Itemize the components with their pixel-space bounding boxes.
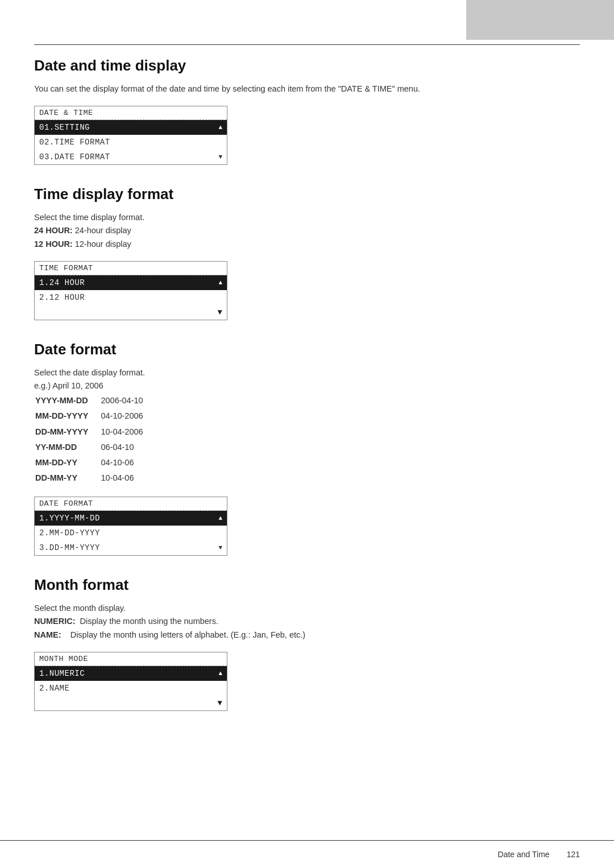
arrow-up-icon-4: ▲ — [218, 670, 222, 677]
page-container: Date and time display You can set the di… — [0, 0, 614, 868]
date-key-1: YYYY-MM-DD — [35, 394, 99, 408]
numeric-desc: Display the month using the numbers. — [80, 617, 218, 626]
12hour-desc: 12-hour display — [75, 239, 131, 249]
name-label: NAME: — [34, 630, 61, 639]
menu-row-01-setting[interactable]: 01.SETTING ▲ — [35, 120, 227, 135]
time-format-desc: Select the time display format. — [34, 213, 144, 222]
arrow-down-icon-3: ▼ — [218, 544, 222, 551]
top-gray-box — [466, 0, 614, 40]
section-title-month-format: Month format — [34, 576, 580, 594]
menu-row-mm-dd-yyyy-label: 2.MM-DD-YYYY — [39, 528, 222, 538]
table-row: YYYY-MM-DD 2006-04-10 — [35, 394, 143, 408]
numeric-label: NUMERIC: — [34, 617, 76, 626]
arrow-up-icon-2: ▲ — [218, 279, 222, 286]
date-format-desc: Select the date display format. — [34, 368, 145, 377]
menu-row-24hour-label: 1.24 HOUR — [39, 278, 218, 287]
menu-row-mm-dd-yyyy[interactable]: 2.MM-DD-YYYY — [35, 526, 227, 540]
date-key-6: DD-MM-YY — [35, 471, 99, 485]
date-key-3: DD-MM-YYYY — [35, 425, 99, 439]
menu-row-name-label: 2.NAME — [39, 684, 222, 693]
date-val-4: 06-04-10 — [101, 440, 143, 454]
table-row: DD-MM-YYYY 10-04-2006 — [35, 425, 143, 439]
menu-row-dd-mm-yyyy[interactable]: 3.DD-MM-YYYY ▼ — [35, 540, 227, 555]
menu-row-03-date-format[interactable]: 03.DATE FORMAT ▼ — [35, 150, 227, 164]
menu-box-date-format: DATE FORMAT 1.YYYY-MM-DD ▲ 2.MM-DD-YYYY … — [34, 497, 227, 556]
table-row: YY-MM-DD 06-04-10 — [35, 440, 143, 454]
menu-row-24hour[interactable]: 1.24 HOUR ▲ — [35, 275, 227, 290]
menu-box-date-time: DATE & TIME 01.SETTING ▲ 02.TIME FORMAT … — [34, 106, 227, 165]
date-val-6: 10-04-06 — [101, 471, 143, 485]
date-val-2: 04-10-2006 — [101, 409, 143, 423]
table-row: MM-DD-YYYY 04-10-2006 — [35, 409, 143, 423]
menu-row-01-label: 01.SETTING — [39, 123, 218, 132]
section-time-display-format: Time display format Select the time disp… — [34, 185, 580, 320]
menu-header-date-time: DATE & TIME — [35, 106, 227, 120]
section-date-time-display: Date and time display You can set the di… — [34, 57, 580, 165]
menu-row-numeric-label: 1.NUMERIC — [39, 669, 218, 678]
12hour-label: 12 HOUR: — [34, 239, 73, 249]
menu-box-month-mode: MONTH MODE 1.NUMERIC ▲ 2.NAME ▼ — [34, 652, 227, 711]
date-val-5: 04-10-06 — [101, 456, 143, 470]
bottom-rule — [0, 840, 614, 841]
menu-row-time-last: ▼ — [35, 305, 227, 320]
menu-row-month-last: ▼ — [35, 696, 227, 710]
footer: Date and Time 121 — [0, 850, 580, 859]
arrow-down-icon: ▼ — [218, 154, 222, 160]
date-format-table: YYYY-MM-DD 2006-04-10 MM-DD-YYYY 04-10-2… — [34, 392, 144, 486]
section-title-time-format: Time display format — [34, 185, 580, 203]
table-row: MM-DD-YY 04-10-06 — [35, 456, 143, 470]
date-format-example: e.g.) April 10, 2006 — [34, 381, 103, 390]
date-val-3: 10-04-2006 — [101, 425, 143, 439]
top-rule — [34, 44, 580, 45]
footer-page-number: 121 — [567, 850, 580, 859]
section-desc-date-format: Select the date display format. e.g.) Ap… — [34, 366, 580, 487]
menu-row-yyyy-mm-dd-label: 1.YYYY-MM-DD — [39, 514, 218, 523]
footer-section: Date and Time — [498, 850, 550, 859]
menu-box-time-format: TIME FORMAT 1.24 HOUR ▲ 2.12 HOUR ▼ — [34, 261, 227, 320]
date-key-4: YY-MM-DD — [35, 440, 99, 454]
24hour-desc: 24-hour display — [75, 226, 131, 235]
section-month-format: Month format Select the month display. N… — [34, 576, 580, 711]
menu-row-02-time-format[interactable]: 02.TIME FORMAT — [35, 135, 227, 150]
menu-row-yyyy-mm-dd[interactable]: 1.YYYY-MM-DD ▲ — [35, 511, 227, 526]
menu-header-date-format: DATE FORMAT — [35, 497, 227, 511]
date-val-1: 2006-04-10 — [101, 394, 143, 408]
menu-row-12hour-label: 2.12 HOUR — [39, 293, 222, 302]
date-key-2: MM-DD-YYYY — [35, 409, 99, 423]
section-date-format: Date format Select the date display form… — [34, 341, 580, 556]
menu-row-03-label: 03.DATE FORMAT — [39, 152, 218, 162]
month-format-desc: Select the month display. — [34, 604, 126, 613]
menu-row-numeric[interactable]: 1.NUMERIC ▲ — [35, 666, 227, 681]
24hour-label: 24 HOUR: — [34, 226, 73, 235]
main-content: Date and time display You can set the di… — [34, 57, 580, 834]
menu-row-dd-mm-yyyy-label: 3.DD-MM-YYYY — [39, 543, 218, 552]
arrow-up-icon: ▲ — [218, 124, 222, 131]
date-key-5: MM-DD-YY — [35, 456, 99, 470]
menu-header-month-mode: MONTH MODE — [35, 652, 227, 666]
section-desc-time-format: Select the time display format. 24 HOUR:… — [34, 211, 580, 251]
arrow-up-icon-3: ▲ — [218, 515, 222, 522]
table-row: DD-MM-YY 10-04-06 — [35, 471, 143, 485]
section-desc-month-format: Select the month display. NUMERIC: Displ… — [34, 602, 580, 642]
section-desc-date-time: You can set the display format of the da… — [34, 82, 580, 96]
name-desc: Display the month using letters of alpha… — [70, 630, 305, 639]
menu-row-12hour[interactable]: 2.12 HOUR — [35, 290, 227, 305]
menu-header-time-format: TIME FORMAT — [35, 262, 227, 275]
section-title-date-format: Date format — [34, 341, 580, 358]
menu-row-02-label: 02.TIME FORMAT — [39, 138, 222, 147]
section-title-date-time: Date and time display — [34, 57, 580, 75]
arrow-down-icon-2: ▼ — [218, 308, 222, 317]
menu-row-name[interactable]: 2.NAME — [35, 681, 227, 696]
arrow-down-icon-4: ▼ — [218, 698, 222, 708]
